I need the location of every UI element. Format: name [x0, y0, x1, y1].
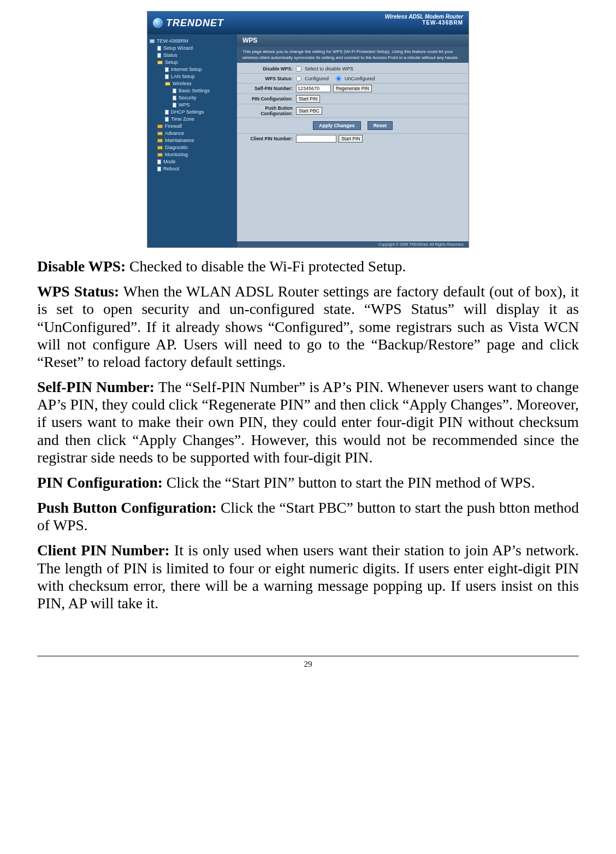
- page-icon: [173, 96, 176, 100]
- row-client-pin: Client PIN Number: Start PIN: [237, 134, 469, 144]
- client-start-pin-button[interactable]: Start PIN: [339, 135, 363, 143]
- router-header: TRENDNET Wireless ADSL Modem Router TEW-…: [147, 11, 469, 34]
- tree-item-label: WPS: [179, 102, 190, 108]
- tree-item-label: Basic Settings: [179, 88, 210, 94]
- input-self-pin[interactable]: [296, 85, 331, 92]
- footer-rule: [37, 656, 579, 656]
- tree-item-label: Firewall: [165, 123, 182, 129]
- text-disable-wps: Select to disable WPS: [305, 66, 353, 72]
- tree-item-monitoring[interactable]: Monitoring: [150, 151, 235, 158]
- para-push-button: Push Button Configuration: Click the “St…: [37, 499, 579, 534]
- page-icon: [165, 117, 169, 122]
- tree-item-label: Monitoring: [165, 152, 188, 158]
- page-icon: [165, 67, 169, 72]
- start-pbc-button[interactable]: Start PBC: [296, 107, 322, 115]
- folder-open-icon: [157, 61, 163, 64]
- page-icon: [157, 53, 161, 58]
- folder-icon: [157, 139, 163, 143]
- tree-item-dhcp-settings[interactable]: DHCP Settings: [150, 109, 235, 116]
- page-icon: [165, 110, 169, 115]
- radio-unconfigured[interactable]: [336, 76, 341, 81]
- product-title: Wireless ADSL Modem Router TEW-436BRM: [385, 14, 463, 26]
- row-pin-configuration: PIN Configuration: Start PIN: [237, 94, 469, 104]
- para-wps-status: WPS Status: When the WLAN ADSL Router se…: [37, 283, 579, 371]
- tree-item-label: TEW-436BRM: [157, 38, 188, 44]
- product-line2: TEW-436BRM: [385, 20, 463, 26]
- copyright-footer: Copyright © 2009 TRENDnet. All Rights Re…: [237, 241, 469, 247]
- product-line1: Wireless ADSL Modem Router: [385, 14, 463, 20]
- page-icon: [157, 159, 161, 164]
- radio-configured[interactable]: [296, 76, 301, 81]
- para-disable-wps: Disable WPS: Checked to disable the Wi-F…: [37, 258, 579, 275]
- section-description: This page allows you to change the setti…: [237, 46, 469, 63]
- row-self-pin: Self-PIN Number: Regenerate PIN: [237, 84, 469, 94]
- tree-item-internet-setup[interactable]: Internet Setup: [150, 66, 235, 73]
- folder-icon: [157, 124, 163, 128]
- row-disable-wps: Disable WPS: Select to disable WPS: [237, 64, 469, 74]
- tree-item-lan-setup[interactable]: LAN Setup: [150, 73, 235, 80]
- regenerate-pin-button[interactable]: Regenerate PIN: [333, 85, 372, 92]
- section-title: WPS: [237, 34, 469, 46]
- tree-item-setup-wizard[interactable]: Setup Wizard: [150, 45, 235, 52]
- tree-item-advance[interactable]: Advance: [150, 130, 235, 137]
- para-self-pin: Self-PIN Number: The “Self-PIN Number” i…: [37, 378, 579, 466]
- tree-item-label: Time Zone: [171, 116, 194, 122]
- start-pin-button[interactable]: Start PIN: [296, 95, 320, 103]
- folder-icon: [157, 146, 163, 150]
- tree-item-setup[interactable]: Setup: [150, 59, 235, 66]
- checkbox-disable-wps[interactable]: [296, 66, 301, 72]
- tree-item-reboot[interactable]: Reboot: [150, 165, 235, 173]
- pc-icon: [150, 39, 155, 43]
- tree-item-tew-436brm[interactable]: TEW-436BRM: [150, 38, 235, 45]
- radio-unconfigured-label: UnConfigured: [345, 76, 375, 81]
- label-self-pin: Self-PIN Number:: [237, 86, 296, 91]
- tree-item-label: Advance: [165, 131, 184, 137]
- tree-item-firewall[interactable]: Firewall: [150, 123, 235, 130]
- page-icon: [157, 46, 161, 51]
- tree-item-security[interactable]: Security: [150, 94, 235, 102]
- tree-item-label: Mode: [163, 159, 176, 165]
- logo-orb-icon: [153, 18, 163, 28]
- tree-item-label: Status: [163, 52, 177, 58]
- tree-item-label: Wireless: [173, 81, 192, 87]
- tree-item-label: Security: [179, 95, 197, 101]
- navigation-tree: TEW-436BRMSetup WizardStatusSetupInterne…: [147, 34, 237, 247]
- page-icon: [173, 103, 176, 108]
- label-disable-wps: Disable WPS:: [237, 66, 296, 72]
- tree-item-wireless[interactable]: Wireless: [150, 80, 235, 87]
- folder-icon: [157, 132, 163, 135]
- folder-icon: [157, 153, 163, 157]
- row-wps-status: WPS Status: Configured UnConfigured: [237, 74, 469, 84]
- tree-item-label: Maintainance: [165, 138, 194, 144]
- tree-item-label: DHCP Settings: [171, 109, 204, 115]
- router-admin-screenshot: TRENDNET Wireless ADSL Modem Router TEW-…: [147, 11, 469, 248]
- tree-item-mode[interactable]: Mode: [150, 158, 235, 165]
- page-icon: [165, 74, 169, 79]
- page-number: 29: [37, 660, 579, 669]
- tree-item-diagnostic[interactable]: Diagnostic: [150, 144, 235, 151]
- tree-item-basic-settings[interactable]: Basic Settings: [150, 87, 235, 94]
- tree-item-maintainance[interactable]: Maintainance: [150, 137, 235, 144]
- page-icon: [173, 88, 176, 93]
- label-push-button: Push Button Configuration:: [237, 105, 296, 116]
- row-push-button: Push Button Configuration: Start PBC: [237, 104, 469, 118]
- input-client-pin[interactable]: [296, 135, 336, 143]
- reset-button[interactable]: Reset: [368, 121, 393, 130]
- folder-open-icon: [165, 82, 170, 86]
- para-client-pin: Client PIN Number: It is only used when …: [37, 542, 579, 612]
- main-panel: WPS This page allows you to change the s…: [237, 34, 469, 247]
- label-wps-status: WPS Status:: [237, 76, 296, 81]
- document-body: Disable WPS: Checked to disable the Wi-F…: [37, 258, 579, 612]
- apply-changes-button[interactable]: Apply Changes: [313, 121, 361, 130]
- tree-item-label: Internet Setup: [171, 67, 202, 73]
- page-icon: [157, 167, 161, 171]
- tree-item-label: Setup: [165, 60, 178, 66]
- tree-item-status[interactable]: Status: [150, 52, 235, 59]
- tree-item-wps[interactable]: WPS: [150, 102, 235, 109]
- action-row: Apply Changes Reset: [237, 118, 469, 134]
- label-client-pin: Client PIN Number:: [237, 136, 296, 141]
- brand-logo-text: TRENDNET: [166, 17, 224, 29]
- tree-item-label: Diagnostic: [165, 145, 188, 151]
- tree-item-label: LAN Setup: [171, 74, 195, 80]
- tree-item-time-zone[interactable]: Time Zone: [150, 116, 235, 123]
